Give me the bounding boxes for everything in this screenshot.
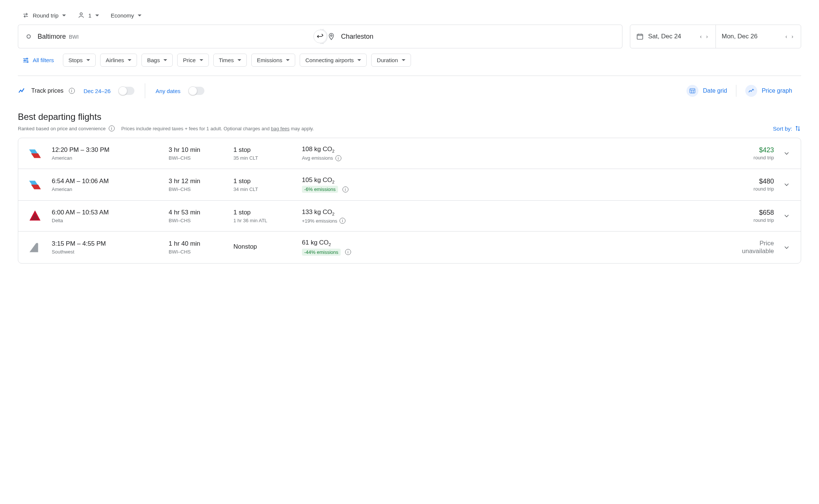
chevron-down-icon	[783, 181, 790, 188]
route: BWI–CHS	[169, 155, 224, 161]
origin-city: Baltimore	[38, 33, 66, 40]
price-value: $658	[729, 209, 774, 217]
return-next-button[interactable]: ›	[790, 32, 795, 41]
filter-duration[interactable]: Duration	[371, 54, 411, 67]
location-icon	[328, 33, 335, 40]
info-icon[interactable]: i	[335, 155, 341, 161]
any-dates-label: Any dates	[156, 88, 181, 94]
passengers-selector[interactable]: 1	[78, 12, 99, 19]
stops-detail: 1 hr 36 min ATL	[233, 218, 293, 223]
chevron-down-icon	[286, 59, 290, 61]
chevron-down-icon	[783, 212, 790, 220]
filter-airlines[interactable]: Airlines	[100, 54, 137, 67]
info-icon[interactable]: i	[342, 186, 348, 192]
duration: 3 hr 12 min	[169, 178, 224, 185]
origin-input[interactable]: Baltimore BWI	[18, 25, 320, 48]
stops: 1 stop	[233, 178, 293, 185]
flight-times: 6:54 AM – 10:06 AM	[52, 178, 160, 185]
airline-name: American	[52, 186, 160, 192]
filter-bags[interactable]: Bags	[141, 54, 173, 67]
chevron-down-icon	[402, 59, 405, 61]
svg-point-2	[331, 35, 332, 36]
depart-prev-button[interactable]: ‹	[698, 32, 703, 41]
track-prices-row: Track prices i Dec 24–26 Any dates Date …	[18, 83, 801, 98]
price-value: $423	[729, 146, 774, 154]
section-subheader: Ranked based on price and convenience i …	[18, 125, 801, 132]
chevron-down-icon	[128, 59, 131, 61]
filter-emissions[interactable]: Emissions	[251, 54, 295, 67]
stops-detail: 34 min CLT	[233, 186, 293, 192]
chevron-down-icon	[238, 59, 241, 61]
filter-price[interactable]: Price	[177, 54, 208, 67]
duration: 1 hr 40 min	[169, 240, 224, 248]
flight-row[interactable]: 6:54 AM – 10:06 AM American 3 hr 12 min …	[18, 169, 801, 200]
track-dates-label: Dec 24–26	[84, 88, 111, 94]
return-prev-button[interactable]: ‹	[784, 32, 789, 41]
expand-button[interactable]	[783, 150, 792, 157]
emissions: 133 kg CO2	[302, 208, 384, 216]
stops-detail: 35 min CLT	[233, 155, 293, 161]
emissions-badge: -6% emissions	[302, 186, 338, 193]
tune-icon	[22, 57, 29, 64]
duration: 3 hr 10 min	[169, 146, 224, 154]
info-icon[interactable]: i	[340, 218, 345, 224]
stops: 1 stop	[233, 146, 293, 154]
price-graph-icon	[745, 85, 757, 97]
date-grid-button[interactable]: Date grid	[678, 85, 736, 97]
expand-button[interactable]	[783, 212, 792, 220]
depart-date-input[interactable]: Sat, Dec 24 ‹ ›	[630, 25, 716, 48]
info-icon[interactable]: i	[109, 125, 115, 131]
airline-name: Southwest	[52, 249, 160, 255]
filter-times[interactable]: Times	[213, 54, 247, 67]
chevron-down-icon	[357, 59, 361, 61]
date-grid-icon	[686, 85, 698, 97]
expand-button[interactable]	[783, 244, 792, 251]
chevron-down-icon	[95, 15, 99, 16]
chevron-down-icon	[163, 59, 167, 61]
airline-name: American	[52, 155, 160, 161]
flight-row[interactable]: 12:20 PM – 3:30 PM American 3 hr 10 min …	[18, 138, 801, 169]
divider	[18, 76, 801, 76]
emissions: 61 kg CO2	[302, 239, 384, 247]
info-icon[interactable]: i	[69, 88, 75, 94]
depart-next-button[interactable]: ›	[705, 32, 710, 41]
return-date: Mon, Dec 26	[722, 33, 780, 40]
price-graph-button[interactable]: Price graph	[736, 85, 801, 97]
svg-rect-7	[690, 89, 695, 93]
price-sub: round trip	[729, 186, 774, 192]
flight-row[interactable]: 6:00 AM – 10:53 AM Delta 4 hr 53 min BWI…	[18, 200, 801, 231]
filter-connecting-airports[interactable]: Connecting airports	[300, 54, 367, 67]
flight-row[interactable]: 3:15 PM – 4:55 PM Southwest 1 hr 40 min …	[18, 231, 801, 263]
chevron-down-icon	[783, 150, 790, 157]
destination-input[interactable]: Charleston	[320, 25, 622, 48]
search-row: Baltimore BWI Charleston Sat, Dec 24 ‹ ›…	[18, 25, 801, 48]
flight-times: 6:00 AM – 10:53 AM	[52, 209, 160, 216]
return-date-input[interactable]: Mon, Dec 26 ‹ ›	[716, 25, 801, 48]
trip-type-selector[interactable]: Round trip	[22, 12, 66, 19]
price-sub: round trip	[729, 217, 774, 223]
filters-row: All filters StopsAirlinesBagsPriceTimesE…	[18, 54, 801, 67]
passengers-count: 1	[88, 12, 91, 19]
airline-logo-american	[27, 146, 43, 161]
sort-button[interactable]: Sort by:	[773, 125, 801, 132]
expand-button[interactable]	[783, 181, 792, 188]
filter-stops[interactable]: Stops	[63, 54, 96, 67]
all-filters-button[interactable]: All filters	[18, 54, 58, 67]
bag-fees-link[interactable]: bag fees	[271, 126, 290, 131]
track-dates-toggle[interactable]	[119, 87, 134, 95]
airline-logo-delta	[27, 208, 43, 224]
emissions: 108 kg CO2	[302, 146, 384, 153]
trending-icon	[18, 87, 26, 95]
any-dates-toggle[interactable]	[189, 87, 204, 95]
depart-date: Sat, Dec 24	[648, 33, 694, 40]
sort-icon	[794, 125, 801, 132]
flights-list: 12:20 PM – 3:30 PM American 3 hr 10 min …	[18, 138, 801, 264]
flight-times: 3:15 PM – 4:55 PM	[52, 240, 160, 248]
swap-button[interactable]	[313, 30, 327, 43]
cabin-selector[interactable]: Economy	[111, 12, 142, 19]
emissions: 105 kg CO2	[302, 176, 384, 184]
chevron-down-icon	[783, 244, 790, 251]
airline-logo-southwest	[27, 240, 43, 255]
info-icon[interactable]: i	[345, 249, 351, 255]
chevron-down-icon	[62, 15, 66, 16]
